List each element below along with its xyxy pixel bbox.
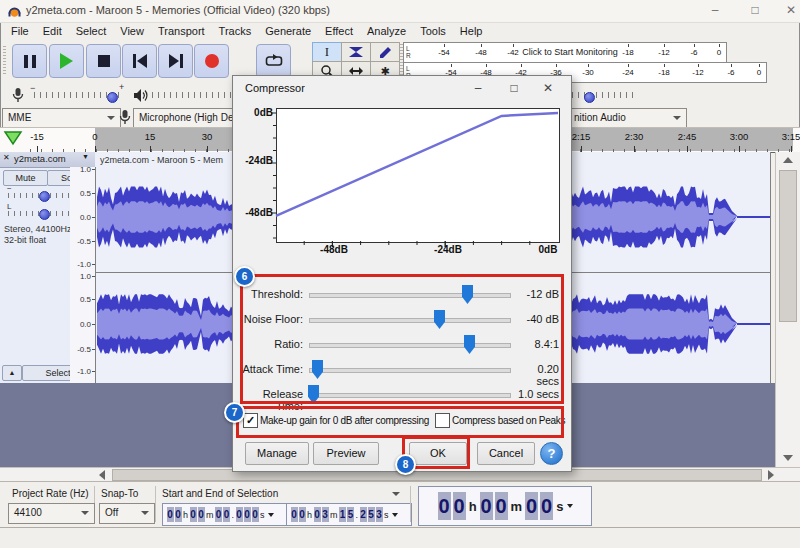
cancel-button[interactable]: Cancel (477, 442, 535, 465)
dialog-maximize-button[interactable]: □ (499, 76, 529, 100)
skip-to-start-icon (133, 54, 147, 68)
menu-tracks[interactable]: Tracks (212, 25, 259, 37)
window-close-button[interactable]: ✕ (776, 0, 800, 21)
window-title: y2meta.com - Maroon 5 - Memories (Offici… (26, 4, 330, 16)
snap-to-select[interactable]: Off (99, 503, 155, 524)
record-volume-thumb[interactable] (107, 92, 118, 103)
playback-volume-thumb[interactable] (584, 92, 595, 103)
gain-slider-thumb[interactable] (39, 191, 50, 202)
timeline-label-0: 0 (92, 131, 97, 142)
vertical-scrollbar-thumb[interactable] (779, 170, 797, 322)
snap-to-value: Off (105, 507, 118, 518)
scroll-right-icon[interactable] (768, 470, 774, 480)
preview-button[interactable]: Preview (313, 442, 379, 465)
output-device-select[interactable]: nition Audio (556, 108, 687, 129)
y-tick-0db: 0dB (241, 107, 273, 118)
timeline-label-15: 15 (145, 131, 156, 142)
project-rate-label: Project Rate (Hz) (12, 488, 89, 499)
audio-position-display[interactable]: 00h00m00s (418, 486, 592, 526)
menu-view[interactable]: View (113, 25, 151, 37)
selection-start-field[interactable]: 00h00m00.000s (162, 503, 288, 526)
audio-host-value: MME (8, 112, 31, 123)
project-rate-value: 44100 (14, 507, 42, 518)
track-format-line1: Stereo, 44100Hz (4, 224, 72, 234)
record-volume-max-label: + (119, 82, 124, 92)
recording-meter[interactable]: LR-54-48-42-18-12-60Click to Start Monit… (403, 42, 727, 63)
pan-left-label: L (7, 202, 11, 211)
scroll-up-icon[interactable] (783, 157, 793, 163)
gain-min-label: − (7, 184, 12, 193)
menu-tools[interactable]: Tools (413, 25, 453, 37)
menu-bar: FileEditSelectViewTransportTracksGenerat… (0, 22, 800, 40)
stop-button[interactable] (86, 44, 121, 78)
track-format-line2: 32-bit float (4, 235, 46, 245)
help-button[interactable]: ? (540, 442, 563, 465)
selection-tool-button[interactable]: I (312, 42, 342, 62)
menu-analyze[interactable]: Analyze (360, 25, 413, 37)
toolbar-grip[interactable] (3, 46, 6, 74)
pause-icon (24, 55, 36, 68)
pause-button[interactable] (12, 44, 47, 78)
timeline-play-pin[interactable] (3, 130, 23, 147)
chevron-down-icon (141, 511, 149, 515)
annotation-badge-7: 7 (224, 402, 245, 423)
compression-curve (271, 104, 563, 252)
menu-transport[interactable]: Transport (151, 25, 212, 37)
dialog-minimize-button[interactable]: – (463, 76, 493, 100)
loop-button[interactable] (256, 44, 291, 78)
menu-file[interactable]: File (4, 25, 36, 37)
status-bar: Stopped. (0, 527, 800, 548)
menu-help[interactable]: Help (453, 25, 490, 37)
record-volume-mic-icon (12, 87, 24, 104)
dialog-title: Compressor (245, 82, 305, 94)
chevron-down-icon[interactable] (392, 492, 400, 496)
input-device-value: Microphone (High Defini (139, 112, 246, 123)
window-minimize-button[interactable]: – (700, 0, 730, 21)
y-tick-minus48db: -48dB (237, 207, 273, 218)
timeline-label-3:00: 3:00 (730, 131, 749, 142)
monitoring-hint[interactable]: Click to Start Monitoring (522, 47, 618, 57)
menu-generate[interactable]: Generate (258, 25, 318, 37)
skip-to-end-button[interactable] (158, 44, 193, 78)
title-bar: y2meta.com - Maroon 5 - Memories (Offici… (0, 0, 800, 23)
vertical-scale-ruler[interactable]: 1.00.50.0-0.5-1.01.00.50.0-0.5-1.0 (70, 167, 96, 383)
audio-host-select[interactable]: MME (2, 108, 121, 129)
output-device-value: nition Audio (574, 112, 626, 123)
skip-to-end-icon (169, 54, 183, 68)
selection-end-field[interactable]: 00h03m15.253s (286, 503, 412, 526)
dialog-close-button[interactable]: ✕ (533, 76, 563, 100)
chevron-down-icon (673, 116, 681, 120)
pan-slider-thumb[interactable] (39, 209, 50, 220)
track-close-icon[interactable]: ✕ (3, 153, 10, 162)
draw-tool-button[interactable] (370, 42, 400, 62)
project-rate-select[interactable]: 44100 (8, 503, 95, 524)
collapse-track-button[interactable]: ▲ (2, 365, 22, 381)
stop-icon (98, 55, 110, 67)
menu-edit[interactable]: Edit (36, 25, 69, 37)
chevron-down-icon (81, 511, 89, 515)
x-tick-minus24db: -24dB (428, 244, 468, 255)
track-menu-icon[interactable]: ▼ (82, 153, 89, 160)
y-tick-minus24db: -24dB (237, 155, 273, 166)
selection-mode-select[interactable]: Start and End of Selection (162, 488, 278, 499)
menu-select[interactable]: Select (69, 25, 114, 37)
track-name[interactable]: y2meta.com (14, 153, 66, 164)
skip-to-start-button[interactable] (122, 44, 157, 78)
record-button[interactable] (194, 44, 229, 78)
envelope-icon (348, 46, 364, 58)
envelope-tool-button[interactable] (341, 42, 371, 62)
track-right-edge (770, 152, 771, 383)
audacity-logo-icon (7, 4, 22, 19)
scroll-left-icon[interactable] (99, 470, 105, 480)
window-maximize-button[interactable]: □ (740, 0, 770, 21)
pencil-icon (378, 46, 392, 59)
annotation-rect-sliders (240, 274, 564, 404)
manage-button[interactable]: Manage (245, 442, 309, 465)
snap-to-label: Snap-To (101, 488, 138, 499)
timeline-label-2:15: 2:15 (572, 131, 591, 142)
scroll-down-icon[interactable] (783, 455, 793, 461)
menu-effect[interactable]: Effect (318, 25, 360, 37)
audacity-window: y2meta.com - Maroon 5 - Memories (Offici… (0, 0, 800, 548)
play-button[interactable] (49, 44, 84, 78)
timeline-label-30: 30 (202, 131, 213, 142)
